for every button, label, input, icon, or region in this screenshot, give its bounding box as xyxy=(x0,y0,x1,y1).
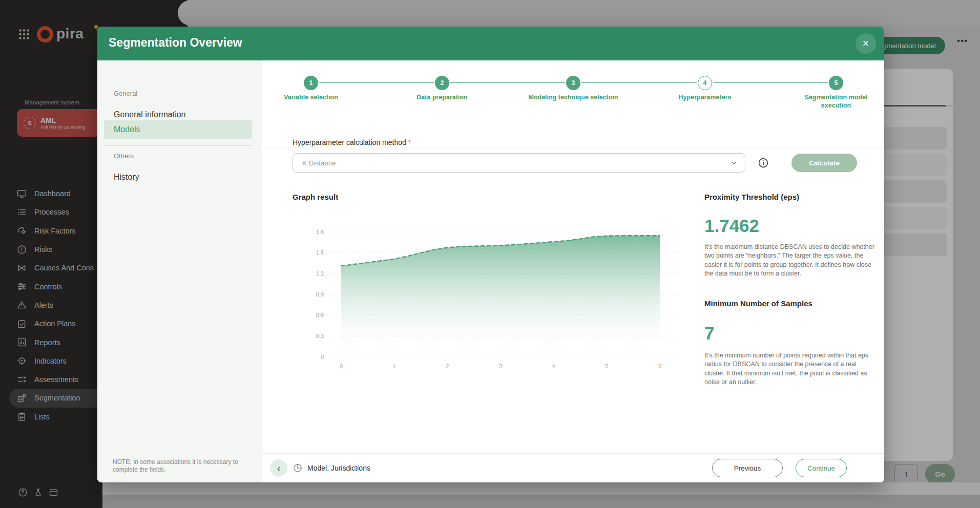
svg-text:2: 2 xyxy=(446,363,449,369)
step-circle-2[interactable]: 2 xyxy=(435,76,449,90)
required-mark: * xyxy=(408,138,411,146)
segmentation-overview-modal: Segmentation Overview × General General … xyxy=(97,27,884,482)
svg-text:0.6: 0.6 xyxy=(316,312,324,318)
svg-text:1: 1 xyxy=(393,363,396,369)
step-label-2: Data preparation xyxy=(396,93,488,101)
stepper-connector xyxy=(581,82,697,83)
min-samples-title: Minimum Number of Samples xyxy=(704,299,876,308)
svg-text:3: 3 xyxy=(499,363,502,369)
min-samples-description: It’s the minimum number of points requir… xyxy=(704,351,876,387)
pie-chart-icon xyxy=(292,462,303,474)
previous-button[interactable]: Previous xyxy=(712,459,783,477)
k-distance-chart: 00.30.60.91.21.51.80123456 xyxy=(287,211,687,376)
calculate-button[interactable]: Calculate xyxy=(791,154,857,172)
hyperparameter-method-label: Hyperparameter calculation method* xyxy=(293,138,411,146)
close-icon[interactable]: × xyxy=(856,33,876,54)
nav-item-models[interactable]: Models xyxy=(104,120,252,139)
svg-text:1.2: 1.2 xyxy=(316,270,324,277)
nav-divider xyxy=(104,145,252,146)
step-circle-3[interactable]: 3 xyxy=(566,76,580,90)
stepper-connector xyxy=(713,82,828,83)
svg-text:0.3: 0.3 xyxy=(316,333,324,339)
continue-button[interactable]: Continue xyxy=(796,459,847,477)
step-label-5: Segmentation model execution xyxy=(790,93,882,110)
modal-side-nav: General General information Models Other… xyxy=(97,60,262,482)
svg-text:0: 0 xyxy=(321,354,324,360)
min-samples-value: 7 xyxy=(704,324,876,342)
model-label: Model: Jurisdictions xyxy=(307,464,370,472)
step-label-4: Hyperparameters xyxy=(659,93,751,101)
nav-item-general-information[interactable]: General information xyxy=(114,110,186,119)
step-circle-4[interactable]: 4 xyxy=(698,76,712,90)
modal-title: Segmentation Overview xyxy=(109,36,242,50)
min-samples-result: Minimum Number of Samples 7 It’s the min… xyxy=(704,299,876,387)
svg-text:1.5: 1.5 xyxy=(316,249,324,256)
select-value: K Distance xyxy=(302,159,336,167)
modal-header: Segmentation Overview × xyxy=(97,27,884,60)
modal-content: 1Variable selection2Data preparation3Mod… xyxy=(262,60,884,454)
stepper-connector xyxy=(319,82,434,83)
eps-result: Proximity Threshold (eps) 1.7462 It’s th… xyxy=(704,193,876,278)
nav-note: NOTE: In some associations it is necessa… xyxy=(113,458,242,474)
back-button[interactable]: ‹ xyxy=(270,459,287,477)
info-icon[interactable] xyxy=(757,157,769,169)
hyperparameter-method-select[interactable]: K Distance xyxy=(293,153,745,173)
step-label-1: Variable selection xyxy=(265,93,357,101)
modal-footer: ‹ Model: Jurisdictions Previous Continue xyxy=(262,453,884,482)
screen: pira Management system S AML Anti Money … xyxy=(0,0,980,508)
svg-text:6: 6 xyxy=(658,363,661,369)
graph-result-title: Graph result xyxy=(293,193,338,201)
nav-item-history[interactable]: History xyxy=(114,173,139,182)
step-circle-5[interactable]: 5 xyxy=(829,76,843,90)
svg-text:4: 4 xyxy=(552,363,555,369)
svg-text:1.8: 1.8 xyxy=(316,229,324,235)
stepper: 1Variable selection2Data preparation3Mod… xyxy=(262,60,884,127)
svg-text:5: 5 xyxy=(605,363,608,369)
nav-item-models-label: Models xyxy=(114,125,140,134)
eps-title: Proximity Threshold (eps) xyxy=(704,193,876,201)
step-circle-1[interactable]: 1 xyxy=(304,76,318,90)
svg-text:0: 0 xyxy=(340,363,343,369)
stepper-connector xyxy=(450,82,565,83)
svg-text:0.9: 0.9 xyxy=(316,291,324,298)
nav-section-general: General xyxy=(114,90,137,97)
chevron-down-icon xyxy=(730,159,738,167)
eps-value: 1.7462 xyxy=(704,217,876,235)
eps-description: It’s the maximum distance DBSCAN uses to… xyxy=(704,243,876,278)
step-label-3: Modeling technique selection xyxy=(527,93,619,101)
nav-section-others: Others xyxy=(114,152,134,160)
stepper-divider xyxy=(262,149,884,149)
